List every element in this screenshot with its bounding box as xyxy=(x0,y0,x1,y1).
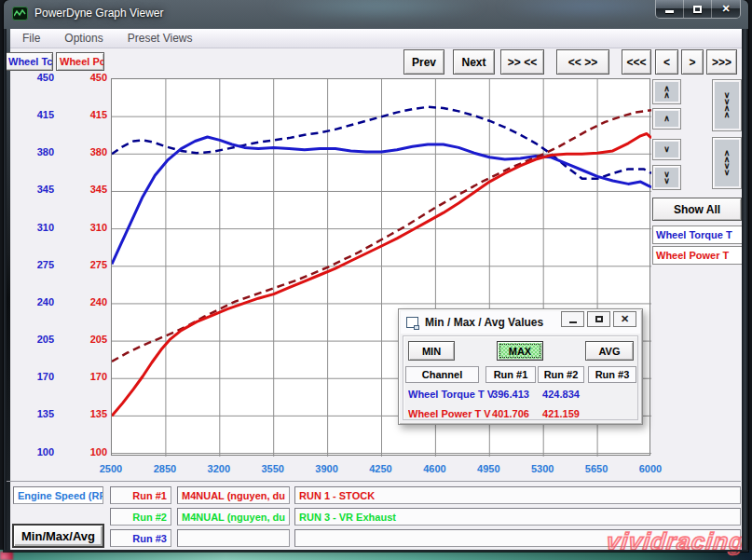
toolbar-button-prev[interactable]: Prev xyxy=(403,49,444,75)
double-chevron-up-button[interactable]: ∧∧ xyxy=(652,79,681,104)
menu-item-file[interactable]: File xyxy=(10,32,52,45)
window-edge xyxy=(4,29,7,552)
double-chevron-up-icon: ∧∧ xyxy=(655,82,678,102)
close-icon: ✕ xyxy=(621,313,629,325)
y-axis-tick-torque: 100 xyxy=(22,446,54,458)
run1-desc-field[interactable]: RUN 1 - STOCK xyxy=(294,486,741,504)
double-chevron-down-button[interactable]: ∨∨ xyxy=(652,165,681,190)
run1-label-box[interactable]: Run #1 xyxy=(110,486,171,504)
column-header-run3: Run #3 xyxy=(588,366,636,383)
expand-vertical-icon: ∧∧∨∨ xyxy=(715,140,739,186)
min-max-avg-popup[interactable]: Min / Max / Avg Values ✕ MIN MAX AVG Cha… xyxy=(398,308,643,425)
run1-file-field[interactable]: M4NUAL (nguyen, du xyxy=(177,486,290,504)
popup-close-button[interactable]: ✕ xyxy=(613,311,636,327)
y-axis-tick-power: 380 xyxy=(75,146,107,157)
window-edge xyxy=(4,550,748,552)
compress-vertical-icon: ∨∨∧∧ xyxy=(715,82,739,129)
max-button[interactable]: MAX xyxy=(497,341,543,361)
avg-button[interactable]: AVG xyxy=(585,341,634,361)
popup-torque-run1-value: 396.413 xyxy=(485,389,536,400)
chevron-up-button[interactable]: ∧ xyxy=(652,108,681,130)
window-edge xyxy=(742,29,748,552)
toolbar-button-zoom-out-x[interactable]: << >> xyxy=(556,49,609,75)
run2-label-box[interactable]: Run #2 xyxy=(110,508,171,526)
popup-torque-run2-value: 424.834 xyxy=(536,389,586,400)
popup-minimize-button[interactable] xyxy=(561,311,584,327)
popup-row-torque-label: Wheel Torque T V xyxy=(408,389,494,400)
x-axis-tick: 3550 xyxy=(253,463,294,474)
x-axis-channel-field[interactable]: Engine Speed (RPM xyxy=(13,486,103,504)
y-axis-tick-power: 310 xyxy=(75,222,107,233)
y-axis-tick-torque: 240 xyxy=(22,296,54,307)
x-axis-tick: 6000 xyxy=(630,463,671,474)
y-axis-tick-power: 275 xyxy=(75,259,107,270)
run3-label-box[interactable]: Run #3 xyxy=(110,529,171,547)
y-axis-tick-torque: 135 xyxy=(22,408,54,419)
popup-body: MIN MAX AVG Channel Run #1 Run #2 Run #3… xyxy=(403,335,638,420)
popup-maximize-button[interactable] xyxy=(587,311,610,327)
channel-box-power[interactable]: Wheel Power T xyxy=(652,246,743,265)
menu-bar: FileOptionsPreset Views xyxy=(10,29,745,48)
y-axis-tick-torque: 275 xyxy=(22,259,54,270)
y-axis-tick-power: 415 xyxy=(75,109,107,120)
close-button[interactable]: ✕ xyxy=(712,0,740,18)
expand-vertical-button[interactable]: ∧∧∨∨ xyxy=(712,137,742,189)
show-all-button[interactable]: Show All xyxy=(652,198,742,221)
left-axis-header-power[interactable]: Wheel Pc xyxy=(56,52,104,71)
y-axis-tick-torque: 450 xyxy=(22,72,54,83)
toolbar-button-zoom-in-x[interactable]: >> << xyxy=(500,49,544,75)
y-axis-tick-power: 450 xyxy=(75,72,107,83)
x-axis-tick: 4250 xyxy=(361,463,402,474)
glass-reflection xyxy=(495,0,681,19)
popup-title-bar[interactable]: Min / Max / Avg Values ✕ xyxy=(401,311,640,334)
y-axis-tick-torque: 415 xyxy=(22,109,54,120)
toolbar-button-scroll-far-left[interactable]: <<< xyxy=(622,49,651,75)
y-axis-tick-torque: 170 xyxy=(22,371,54,382)
chevron-down-button[interactable]: ∨ xyxy=(652,139,681,160)
maximize-icon xyxy=(595,316,603,322)
menu-item-preset-views[interactable]: Preset Views xyxy=(116,32,205,45)
min-button[interactable]: MIN xyxy=(408,341,455,361)
x-axis-tick: 5650 xyxy=(576,463,617,474)
x-axis-tick: 4600 xyxy=(414,463,455,474)
run2-file-field[interactable]: M4NUAL (nguyen, du xyxy=(177,508,290,526)
run3-file-field[interactable] xyxy=(177,529,290,547)
compress-vertical-button[interactable]: ∨∨∧∧ xyxy=(712,79,742,131)
glass-reflection xyxy=(265,0,488,20)
maximize-button[interactable] xyxy=(684,0,712,18)
minimize-button[interactable] xyxy=(656,0,684,18)
y-axis-tick-power: 205 xyxy=(75,334,107,345)
run2-desc-field[interactable]: RUN 3 - VR Exhaust xyxy=(294,508,741,526)
x-axis-tick: 3900 xyxy=(307,463,348,474)
vividracing-watermark: vividracing xyxy=(605,527,746,556)
x-axis-tick: 5300 xyxy=(522,463,563,474)
toolbar-button-scroll-left[interactable]: < xyxy=(655,49,678,75)
chevron-down-icon: ∨ xyxy=(655,142,678,157)
chevron-up-icon: ∧ xyxy=(655,111,678,127)
x-axis-tick: 2850 xyxy=(144,463,185,474)
y-axis-tick-torque: 380 xyxy=(22,146,54,157)
desktop-background: PowerDyne Graph Viewer ✕ FileOptionsPres… xyxy=(0,0,752,560)
x-axis-tick: 2500 xyxy=(90,463,131,474)
y-axis-tick-power: 240 xyxy=(75,296,107,307)
close-icon: ✕ xyxy=(721,3,730,15)
form-icon xyxy=(406,317,418,328)
window-title: PowerDyne Graph Viewer xyxy=(34,7,164,20)
menu-item-options[interactable]: Options xyxy=(52,32,115,45)
toolbar-button-scroll-right[interactable]: > xyxy=(681,49,704,75)
minimize-icon xyxy=(665,10,674,13)
popup-power-run2-value: 421.159 xyxy=(536,408,586,419)
toolbar-button-next[interactable]: Next xyxy=(453,49,495,75)
title-bar[interactable]: PowerDyne Graph Viewer ✕ xyxy=(4,0,748,29)
popup-row-power-label: Wheel Power T V xyxy=(408,408,494,419)
left-axis-header-torque[interactable]: Wheel Tc xyxy=(5,52,53,71)
channel-box-torque[interactable]: Wheel Torque T xyxy=(652,225,743,244)
min-max-avg-button[interactable]: Min/Max/Avg xyxy=(12,524,104,548)
y-axis-tick-power: 345 xyxy=(75,184,107,195)
y-axis-tick-torque: 310 xyxy=(22,222,54,233)
column-header-run1: Run #1 xyxy=(485,366,536,383)
separator-line xyxy=(6,481,741,482)
window-controls: ✕ xyxy=(655,0,741,19)
y-axis-tick-power: 135 xyxy=(75,408,107,419)
toolbar-button-scroll-far-right[interactable]: >>> xyxy=(706,49,737,75)
